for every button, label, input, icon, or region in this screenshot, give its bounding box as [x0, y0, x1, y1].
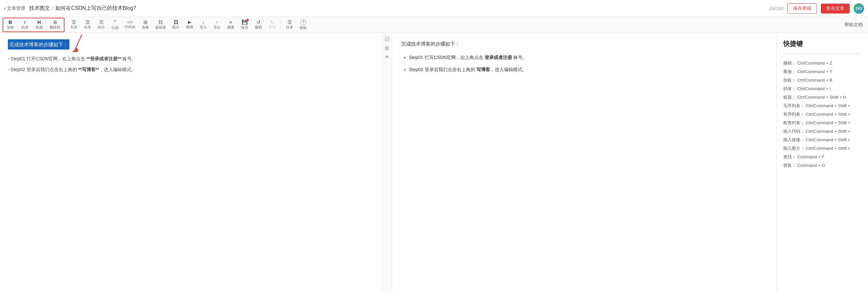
shortcut-image-label: 插入图片： [783, 144, 804, 153]
shortcut-replace-label: 替换： [783, 161, 796, 170]
preview-pane: 完成技术博客的步骤如下： Step01 打开CSDN官网，右上角点击 登录或者注… [392, 33, 777, 292]
shortcut-undo-keys: Ctrl/Command + Z [797, 59, 832, 67]
quote-label: 引用 [111, 26, 119, 30]
export-icon: ↑ [216, 20, 218, 25]
export-label: 导出 [214, 25, 221, 30]
shortcut-ul-label: 无序列表： [783, 101, 804, 110]
shortcut-bold-label: 加粗： [783, 76, 796, 85]
video-button[interactable]: ▶ 视频 [183, 18, 196, 31]
avatar[interactable]: GO [854, 3, 864, 14]
shortcut-list: 撤销： Ctrl/Command + Z 重做： Ctrl/Command + … [783, 59, 862, 170]
video-icon: ▶ [188, 20, 191, 24]
editor-line-1: - Step01 打开CSDN官网，右上角点击 **登录或者注册** 账号。 [8, 55, 374, 63]
code-block-label: 代码块 [125, 25, 135, 29]
preview-icon[interactable]: 👁 [384, 54, 390, 60]
title-input[interactable] [29, 6, 766, 11]
editor-content: - Step01 打开CSDN官网，右上角点击 **登录或者注册** 账号。 -… [8, 55, 374, 74]
editor-pane[interactable]: 完成技术博客的步骤如下： - Step01 打开CSDN官网，右上角点击 **登… [0, 33, 382, 292]
table-icon: ⊞ [144, 20, 148, 25]
fullscreen-icon[interactable]: ⬜ [384, 35, 390, 42]
help-button[interactable]: ? 帮助 [297, 18, 310, 31]
shortcut-find: 查找： Command + F [783, 153, 862, 161]
back-button[interactable]: ‹ 文章管理 [4, 6, 25, 11]
sidebar-title: 快捷键 [783, 39, 862, 48]
summary-button[interactable]: ≡ 摘要 [224, 18, 237, 31]
shortcut-italic: 斜体： Ctrl/Command + I [783, 85, 862, 93]
unordered-list-button[interactable]: ☰ 无序 [67, 18, 80, 31]
todo-list-icon: ☰ [99, 20, 103, 25]
ordered-list-icon: ☰ [86, 20, 90, 25]
save-icon-wrapper: 💾 [242, 20, 248, 25]
heading-icon: H [37, 20, 41, 25]
shortcut-heading: 标题： Ctrl/Command + Shift + H [783, 93, 862, 101]
summary-label: 摘要 [227, 25, 235, 30]
main-content: 完成技术博客的步骤如下： - Step01 打开CSDN官网，右上角点击 **登… [0, 33, 868, 292]
back-arrow-icon: ‹ [4, 6, 6, 11]
strikethrough-label: 删除线 [50, 25, 61, 30]
quote-icon: " [114, 19, 116, 25]
shortcut-ol-label: 有序列表： [783, 110, 804, 119]
bold-button[interactable]: B 加粗 [3, 18, 18, 31]
unordered-list-label: 无序 [70, 25, 77, 30]
shortcut-ul-keys: Ctrl/Command + Shift + [806, 101, 850, 110]
shortcut-image: 插入图片： Ctrl/Command + Shift + [783, 144, 862, 153]
bold-label: 加粗 [7, 25, 14, 30]
shortcut-redo-keys: Ctrl/Command + Y [797, 67, 832, 76]
preview-heading: 完成技术博客的步骤如下： [401, 39, 768, 48]
save-button[interactable]: 💾 保存 [238, 18, 251, 31]
ordered-list-button[interactable]: ☰ 有序 [81, 18, 94, 31]
back-label: 文章管理 [7, 6, 25, 11]
shortcut-checklist: 检查列表： Ctrl/Command + Shift + [783, 119, 862, 127]
help-doc-button[interactable]: 帮助文档 [842, 21, 865, 29]
table-button[interactable]: ⊞ 表格 [139, 18, 152, 31]
italic-button[interactable]: I 斜体 [18, 18, 32, 31]
code-block-icon: </> [127, 20, 133, 24]
shortcut-ol-keys: Ctrl/Command + Shift + [806, 110, 850, 119]
split-view-icon[interactable]: ▥ [384, 45, 390, 51]
publish-button[interactable]: 发布文章 [821, 4, 850, 13]
code-block-button[interactable]: </> 代码块 [122, 18, 138, 31]
shortcut-heading-keys: Ctrl/Command + Shift + H [797, 93, 846, 101]
shortcut-code-label: 插入代码： [783, 127, 804, 136]
quote-button[interactable]: " 引用 [108, 18, 122, 31]
shortcut-bold: 加粗： Ctrl/Command + B [783, 76, 862, 85]
shortcut-redo: 重做： Ctrl/Command + Y [783, 67, 862, 76]
preview-item-2: Step02 登录后我们点击右上角的 写博客，进入编辑模式。 [409, 65, 768, 74]
formatting-group: B 加粗 I 斜体 H 标题 S 删除线 [3, 18, 64, 32]
help-icon: ? [300, 19, 306, 25]
shortcut-checklist-keys: Ctrl/Command + Shift + [806, 119, 850, 127]
import-button[interactable]: ↓ 导入 [197, 18, 210, 31]
redo-label: 重做 [269, 25, 276, 30]
header: ‹ 文章管理 24/100 保存草稿 发布文章 GO [0, 0, 868, 17]
strikethrough-button[interactable]: S 删除线 [46, 18, 64, 31]
shortcut-replace-keys: Command + G [797, 161, 825, 170]
shortcut-italic-keys: Ctrl/Command + I [797, 85, 831, 93]
shortcut-bold-keys: Ctrl/Command + B [797, 76, 832, 85]
help-label: 帮助 [300, 26, 307, 30]
shortcut-heading-label: 标题： [783, 93, 796, 101]
shortcut-image-keys: Ctrl/Command + Shift + [806, 144, 850, 153]
shortcut-link: 插入链接： Ctrl/Command + Shift + [783, 136, 862, 144]
image-button[interactable]: 🖼 图片 [169, 18, 182, 31]
heading-label: 标题 [36, 25, 43, 30]
char-count: 24/100 [770, 6, 783, 11]
ordered-list-label: 有序 [84, 25, 91, 30]
sidebar-divider [783, 53, 862, 54]
strikethrough-icon: S [53, 20, 57, 25]
save-draft-button[interactable]: 保存草稿 [787, 3, 817, 14]
table-label: 表格 [142, 25, 149, 30]
link-button[interactable]: ⛓ 超链接 [153, 18, 168, 31]
editor-heading-highlighted: 完成技术博客的步骤如下： [8, 39, 69, 50]
unordered-list-icon: ☰ [72, 20, 76, 25]
import-label: 导入 [200, 25, 207, 30]
toc-button[interactable]: ☰ 目录 [283, 18, 296, 31]
todo-list-button[interactable]: ☰ 待办 [95, 18, 108, 31]
italic-icon: I [24, 20, 25, 25]
shortcut-link-keys: Ctrl/Command + Shift + [806, 136, 850, 144]
redo-button[interactable]: ↻ 重做 [266, 18, 279, 31]
heading-button[interactable]: H 标题 [32, 18, 46, 31]
shortcut-find-label: 查找： [783, 153, 796, 161]
export-button[interactable]: ↑ 导出 [211, 18, 224, 31]
link-label: 超链接 [155, 25, 166, 30]
undo-button[interactable]: ↺ 撤销 [252, 18, 265, 31]
